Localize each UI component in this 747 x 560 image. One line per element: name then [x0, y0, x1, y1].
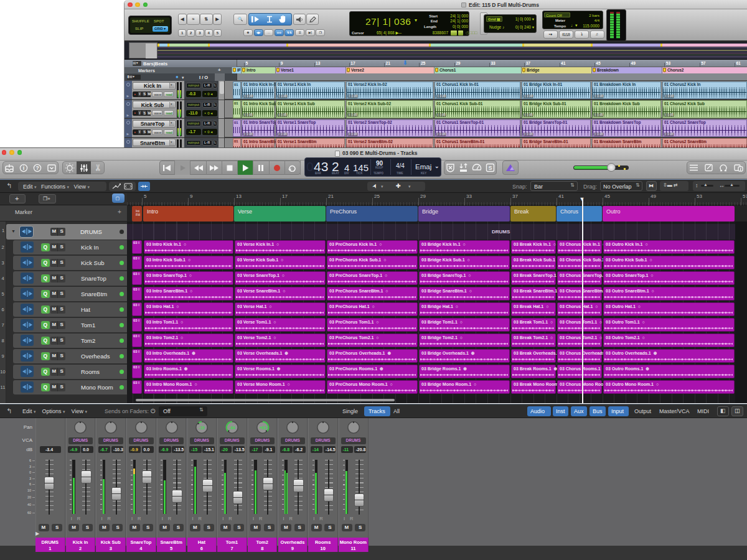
svg-text:S: S [488, 165, 492, 171]
svg-text:?: ? [36, 165, 39, 171]
svg-text:i: i [22, 165, 24, 171]
